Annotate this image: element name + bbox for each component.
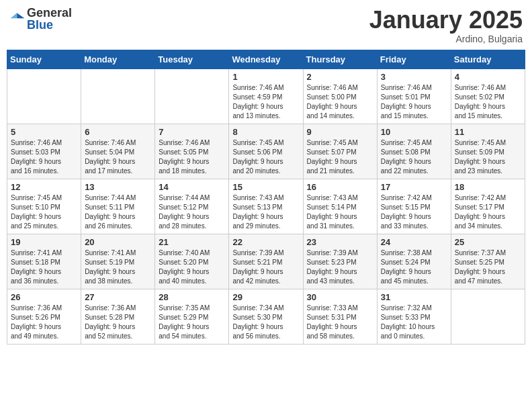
location-subtitle: Ardino, Bulgaria (369, 34, 523, 44)
day-number: 30 (307, 292, 373, 302)
day-info: Sunrise: 7:44 AM Sunset: 5:11 PM Dayligh… (85, 193, 151, 231)
day-info: Sunrise: 7:41 AM Sunset: 5:19 PM Dayligh… (85, 248, 151, 286)
calendar-cell: 22Sunrise: 7:39 AM Sunset: 5:21 PM Dayli… (229, 234, 303, 289)
day-number: 24 (381, 237, 447, 247)
day-info: Sunrise: 7:39 AM Sunset: 5:21 PM Dayligh… (232, 248, 299, 286)
weekday-header-monday: Monday (81, 50, 155, 68)
weekday-header-thursday: Thursday (303, 50, 377, 68)
calendar-cell: 13Sunrise: 7:44 AM Sunset: 5:11 PM Dayli… (81, 179, 155, 234)
day-number: 29 (232, 292, 299, 302)
calendar-cell: 3Sunrise: 7:46 AM Sunset: 5:01 PM Daylig… (377, 68, 451, 124)
day-number: 23 (307, 237, 373, 247)
day-number: 17 (381, 182, 447, 192)
day-info: Sunrise: 7:46 AM Sunset: 5:01 PM Dayligh… (381, 83, 447, 121)
day-info: Sunrise: 7:46 AM Sunset: 5:02 PM Dayligh… (455, 83, 521, 121)
day-info: Sunrise: 7:38 AM Sunset: 5:24 PM Dayligh… (381, 248, 447, 286)
week-row-4: 19Sunrise: 7:41 AM Sunset: 5:18 PM Dayli… (7, 234, 525, 289)
day-number: 12 (11, 182, 77, 192)
day-info: Sunrise: 7:32 AM Sunset: 5:33 PM Dayligh… (381, 304, 447, 341)
day-info: Sunrise: 7:46 AM Sunset: 4:59 PM Dayligh… (232, 83, 299, 121)
day-number: 13 (85, 182, 151, 192)
calendar-cell: 2Sunrise: 7:46 AM Sunset: 5:00 PM Daylig… (303, 68, 377, 124)
calendar-cell: 28Sunrise: 7:35 AM Sunset: 5:29 PM Dayli… (155, 289, 229, 344)
weekday-header-wednesday: Wednesday (229, 50, 303, 68)
day-number: 28 (159, 292, 225, 302)
weekday-header-friday: Friday (377, 50, 451, 68)
day-info: Sunrise: 7:36 AM Sunset: 5:26 PM Dayligh… (11, 304, 77, 341)
day-info: Sunrise: 7:43 AM Sunset: 5:14 PM Dayligh… (307, 193, 373, 231)
day-number: 27 (85, 292, 151, 302)
month-title: January 2025 (369, 7, 523, 34)
logo-general-text: General (27, 7, 72, 19)
day-number: 21 (159, 237, 225, 247)
calendar-cell: 14Sunrise: 7:44 AM Sunset: 5:12 PM Dayli… (155, 179, 229, 234)
day-info: Sunrise: 7:46 AM Sunset: 5:03 PM Dayligh… (11, 138, 77, 176)
page-header: General Blue January 2025 Ardino, Bulgar… (7, 7, 525, 44)
svg-marker-0 (17, 13, 24, 18)
day-info: Sunrise: 7:46 AM Sunset: 5:05 PM Dayligh… (159, 138, 225, 176)
calendar-cell: 7Sunrise: 7:46 AM Sunset: 5:05 PM Daylig… (155, 124, 229, 179)
calendar-cell: 11Sunrise: 7:45 AM Sunset: 5:09 PM Dayli… (451, 124, 525, 179)
weekday-header-tuesday: Tuesday (155, 50, 229, 68)
calendar-cell: 23Sunrise: 7:39 AM Sunset: 5:23 PM Dayli… (303, 234, 377, 289)
weekday-header-row: SundayMondayTuesdayWednesdayThursdayFrid… (7, 50, 525, 68)
calendar-cell (155, 68, 229, 124)
day-number: 16 (307, 182, 373, 192)
calendar-cell: 24Sunrise: 7:38 AM Sunset: 5:24 PM Dayli… (377, 234, 451, 289)
day-info: Sunrise: 7:46 AM Sunset: 5:04 PM Dayligh… (85, 138, 151, 176)
day-info: Sunrise: 7:44 AM Sunset: 5:12 PM Dayligh… (159, 193, 225, 231)
day-info: Sunrise: 7:36 AM Sunset: 5:28 PM Dayligh… (85, 304, 151, 341)
day-info: Sunrise: 7:41 AM Sunset: 5:18 PM Dayligh… (11, 248, 77, 286)
day-info: Sunrise: 7:39 AM Sunset: 5:23 PM Dayligh… (307, 248, 373, 286)
calendar-table: SundayMondayTuesdayWednesdayThursdayFrid… (7, 50, 525, 345)
day-number: 10 (381, 127, 447, 137)
calendar-cell: 30Sunrise: 7:33 AM Sunset: 5:31 PM Dayli… (303, 289, 377, 344)
day-number: 20 (85, 237, 151, 247)
logo: General Blue (9, 7, 72, 31)
day-number: 25 (455, 237, 521, 247)
calendar-cell: 20Sunrise: 7:41 AM Sunset: 5:19 PM Dayli… (81, 234, 155, 289)
week-row-5: 26Sunrise: 7:36 AM Sunset: 5:26 PM Dayli… (7, 289, 525, 344)
calendar-cell: 26Sunrise: 7:36 AM Sunset: 5:26 PM Dayli… (7, 289, 81, 344)
day-number: 9 (307, 127, 373, 137)
calendar-cell: 31Sunrise: 7:32 AM Sunset: 5:33 PM Dayli… (377, 289, 451, 344)
day-number: 22 (232, 237, 299, 247)
day-number: 2 (307, 72, 373, 82)
weekday-header-sunday: Sunday (7, 50, 81, 68)
day-info: Sunrise: 7:45 AM Sunset: 5:09 PM Dayligh… (455, 138, 521, 176)
day-number: 1 (232, 72, 299, 82)
day-number: 4 (455, 72, 521, 82)
logo-icon (9, 11, 26, 27)
day-number: 26 (11, 292, 77, 302)
calendar-cell (81, 68, 155, 124)
day-number: 14 (159, 182, 225, 192)
day-info: Sunrise: 7:45 AM Sunset: 5:10 PM Dayligh… (11, 193, 77, 231)
calendar-cell: 25Sunrise: 7:37 AM Sunset: 5:25 PM Dayli… (451, 234, 525, 289)
day-number: 19 (11, 237, 77, 247)
day-number: 6 (85, 127, 151, 137)
calendar-cell: 12Sunrise: 7:45 AM Sunset: 5:10 PM Dayli… (7, 179, 81, 234)
day-info: Sunrise: 7:37 AM Sunset: 5:25 PM Dayligh… (455, 248, 521, 286)
day-number: 15 (232, 182, 299, 192)
day-number: 8 (232, 127, 299, 137)
calendar-cell: 1Sunrise: 7:46 AM Sunset: 4:59 PM Daylig… (229, 68, 303, 124)
calendar-cell (7, 68, 81, 124)
title-block: January 2025 Ardino, Bulgaria (369, 7, 523, 44)
week-row-2: 5Sunrise: 7:46 AM Sunset: 5:03 PM Daylig… (7, 124, 525, 179)
week-row-3: 12Sunrise: 7:45 AM Sunset: 5:10 PM Dayli… (7, 179, 525, 234)
day-info: Sunrise: 7:45 AM Sunset: 5:08 PM Dayligh… (381, 138, 447, 176)
calendar-cell: 5Sunrise: 7:46 AM Sunset: 5:03 PM Daylig… (7, 124, 81, 179)
day-number: 31 (381, 292, 447, 302)
day-info: Sunrise: 7:45 AM Sunset: 5:06 PM Dayligh… (232, 138, 299, 176)
day-number: 11 (455, 127, 521, 137)
day-info: Sunrise: 7:45 AM Sunset: 5:07 PM Dayligh… (307, 138, 373, 176)
day-number: 18 (455, 182, 521, 192)
weekday-header-saturday: Saturday (451, 50, 525, 68)
day-info: Sunrise: 7:43 AM Sunset: 5:13 PM Dayligh… (232, 193, 299, 231)
calendar-cell: 9Sunrise: 7:45 AM Sunset: 5:07 PM Daylig… (303, 124, 377, 179)
calendar-cell: 19Sunrise: 7:41 AM Sunset: 5:18 PM Dayli… (7, 234, 81, 289)
calendar-cell: 16Sunrise: 7:43 AM Sunset: 5:14 PM Dayli… (303, 179, 377, 234)
day-info: Sunrise: 7:46 AM Sunset: 5:00 PM Dayligh… (307, 83, 373, 121)
calendar-cell (451, 289, 525, 344)
calendar-cell: 21Sunrise: 7:40 AM Sunset: 5:20 PM Dayli… (155, 234, 229, 289)
